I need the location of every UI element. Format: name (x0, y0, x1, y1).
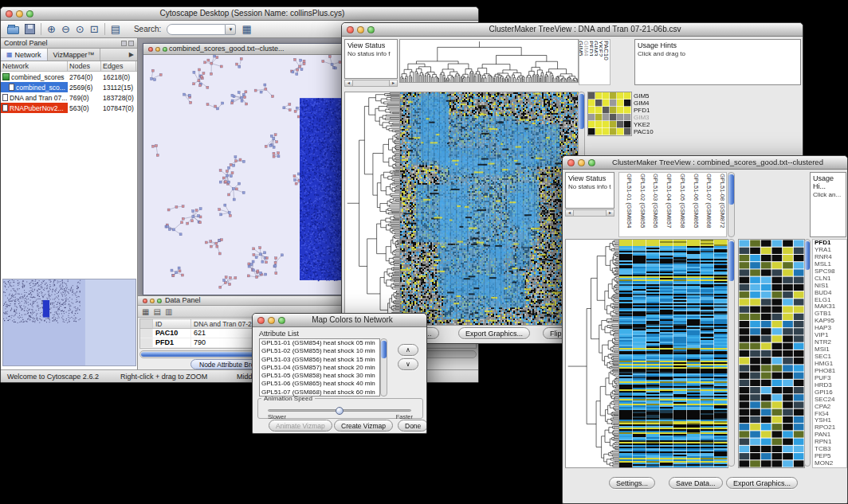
treeview-buttons: Settings...Save Data...Export Graphics..… (563, 477, 847, 490)
zoom-window-button[interactable] (278, 317, 285, 324)
move-up-button[interactable]: ∧ (398, 344, 418, 356)
minimize-button[interactable] (268, 317, 275, 324)
close-icon[interactable] (148, 47, 153, 52)
float-panel-icon[interactable] (121, 41, 127, 46)
toolbar-separator (41, 23, 41, 35)
attribute-item[interactable]: GPL51-05 (GSM858) heat shock 30 min (260, 372, 379, 380)
close-button[interactable] (6, 10, 13, 18)
network-row[interactable]: RNAPuberNov2...563(0)107847(0) (1, 103, 137, 113)
heatmap-vscrollbar[interactable] (728, 239, 735, 467)
treeview-combined-titlebar[interactable]: ClusterMaker TreeView : combined_scores_… (563, 156, 847, 170)
search-input[interactable] (167, 24, 226, 35)
zoom-vscrollbar[interactable] (804, 239, 811, 467)
close-button[interactable] (567, 159, 575, 166)
treeview-combined-window: ClusterMaker TreeView : combined_scores_… (562, 155, 848, 504)
heatmap-canvas[interactable] (399, 92, 579, 326)
zoom-window-button[interactable] (26, 10, 33, 18)
close-button[interactable] (257, 317, 265, 324)
tab-network[interactable]: ▦Network (1, 49, 48, 61)
zoom-fit-icon[interactable]: ⊙ (76, 21, 84, 37)
zoom-heatmap-canvas[interactable] (738, 239, 805, 468)
document-icon (2, 104, 8, 111)
cluster-mini-heatmap-canvas[interactable] (587, 92, 632, 136)
view-status-panel: View Status No status info f (344, 39, 398, 79)
save-session-icon[interactable] (25, 24, 35, 34)
network-name: DNA and Tran 07... (10, 94, 67, 102)
attribute-item[interactable]: GPL51-06 (GSM865) heat shock 40 min (260, 380, 379, 388)
tv2-settings-button[interactable]: Settings... (609, 477, 655, 489)
row-gutter (140, 338, 153, 347)
zoom-window-button[interactable] (367, 26, 375, 33)
maximize-icon[interactable] (157, 299, 162, 303)
toolbar-separator (104, 23, 105, 35)
attribute-item[interactable]: GPL51-02 (GSM855) heat shock 10 min (260, 347, 379, 355)
minimize-button[interactable] (357, 26, 364, 33)
view-status-scrollbar[interactable]: ◂ ▸ (565, 209, 614, 217)
row-dendrogram-canvas[interactable] (344, 92, 400, 326)
tab-vizmapper[interactable]: VizMapper™ (48, 49, 101, 61)
scroll-left-icon[interactable]: ◂ (345, 80, 353, 86)
tv2-export-graphics-button[interactable]: Export Graphics... (726, 477, 798, 489)
annotation-icon[interactable]: ▤ (111, 21, 120, 37)
scrollbar-thumb[interactable] (728, 174, 734, 205)
maximize-icon[interactable] (163, 47, 167, 52)
animation-speed-slider[interactable] (268, 409, 411, 412)
window-title: ClusterMaker TreeView : combined_scores_… (596, 158, 839, 166)
move-down-button[interactable]: ∨ (398, 358, 418, 370)
slider-thumb[interactable] (336, 407, 344, 415)
dialog-buttons: Animate VizmapCreate VizmapDone (253, 420, 427, 432)
column-label-scrollbar[interactable] (728, 172, 735, 237)
columns-icon[interactable]: ▥ (165, 307, 172, 316)
search-dropdown-icon[interactable]: ▾ (226, 24, 236, 35)
minimize-button[interactable] (16, 10, 23, 18)
zoom-in-icon[interactable]: ⊕ (47, 21, 56, 37)
global-heatmap-canvas[interactable] (618, 239, 728, 468)
attribute-item[interactable]: GPL51-03 (GSM856) heat shock 15 min (260, 356, 379, 364)
network-row[interactable]: DNA and Tran 07...769(0)183728(0) (1, 92, 137, 103)
scroll-right-icon[interactable]: ▸ (389, 80, 397, 86)
dialog-titlebar[interactable]: Map Colors to Network (253, 314, 426, 327)
cytoscape-titlebar[interactable]: Cytoscape Desktop (Session Name: collins… (1, 7, 478, 21)
scrollbar-thumb[interactable] (579, 94, 584, 129)
zoom-selected-icon[interactable]: ⊡ (90, 21, 99, 37)
tv2-save-data-button[interactable]: Save Data... (669, 477, 723, 489)
zoom-window-button[interactable] (588, 159, 595, 166)
scrollbar-thumb[interactable] (728, 241, 734, 281)
grid-tool-icon[interactable]: ▦ (241, 21, 251, 37)
attribute-list[interactable]: GPL51-01 (GSM854) heat shock 05 minGPL51… (259, 338, 380, 397)
column-dendrogram-canvas[interactable] (399, 39, 579, 83)
zoom-out-icon[interactable]: ⊖ (61, 21, 70, 37)
hide-panel-icon[interactable] (128, 41, 134, 46)
network-column-header: Network (1, 61, 68, 71)
close-button[interactable] (347, 26, 354, 33)
minimize-icon[interactable] (155, 47, 160, 52)
minimize-icon[interactable] (150, 299, 155, 303)
scrollbar-thumb[interactable] (381, 341, 387, 358)
close-icon[interactable] (143, 299, 147, 303)
tab-overflow-icon[interactable]: ▶ (126, 49, 137, 61)
attribute-list-scrollbar[interactable] (380, 338, 387, 397)
dialog-done-button[interactable]: Done (398, 420, 427, 432)
network-row[interactable]: combined_sco...2569(6)13112(15) (1, 82, 137, 92)
window-title: Cytoscape Desktop (Session Name: collins… (34, 9, 470, 18)
minimize-button[interactable] (578, 159, 585, 166)
view-status-scrollbar[interactable]: ◂ ▸ (344, 80, 398, 87)
attribute-list-label: Attribute List (259, 330, 299, 338)
dialog-create-vizmap-button[interactable]: Create Vizmap (334, 420, 393, 432)
table-icon[interactable]: ▦ (142, 307, 149, 316)
desktop: Cytoscape Desktop (Session Name: collins… (0, 0, 848, 504)
window-controls (6, 10, 33, 18)
birdseye-view-canvas[interactable] (2, 279, 136, 366)
row-dendrogram-canvas[interactable] (565, 239, 619, 468)
attribute-item[interactable]: GPL51-04 (GSM857) heat shock 20 min (260, 364, 379, 372)
column-label: PAC10 (604, 41, 609, 84)
tv1-export-graphics-button[interactable]: Export Graphics... (458, 327, 530, 339)
network-row[interactable]: combined_scores2764(0)16218(0) (1, 72, 137, 82)
attribute-item[interactable]: GPL51-01 (GSM854) heat shock 05 min (260, 339, 379, 347)
scrollbar-thumb[interactable] (805, 241, 810, 270)
rows-icon[interactable]: ▤ (153, 307, 160, 316)
scroll-right-icon[interactable]: ▸ (606, 210, 614, 216)
treeview-dna-titlebar[interactable]: ClusterMaker TreeView : DNA and Tran 07-… (342, 23, 803, 37)
scroll-left-icon[interactable]: ◂ (566, 210, 574, 216)
open-session-icon[interactable] (7, 26, 19, 34)
